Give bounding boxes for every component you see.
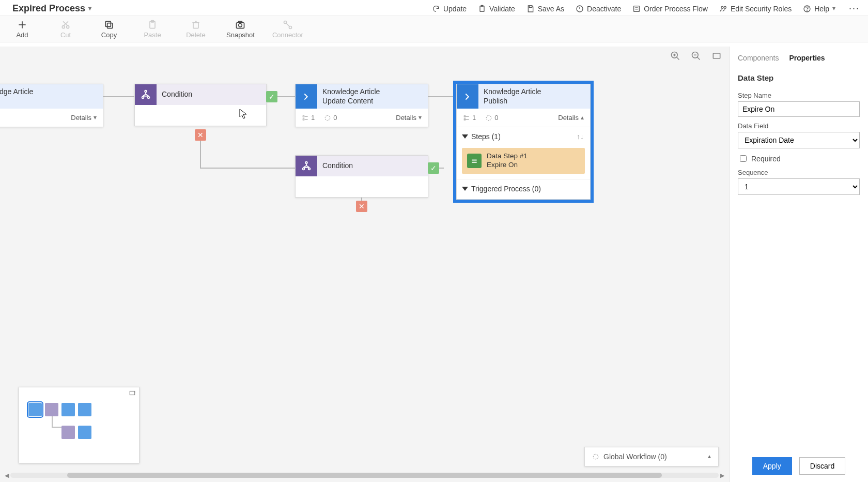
more-button[interactable]: ··· <box>847 3 862 14</box>
mini-node[interactable] <box>61 426 75 439</box>
global-workflow-label: Global Workflow (0) <box>603 453 667 461</box>
scroll-thumb[interactable] <box>67 473 662 478</box>
refresh-icon <box>432 5 440 13</box>
gate-true-icon: ✓ <box>428 162 439 174</box>
svg-rect-18 <box>107 23 113 28</box>
deactivate-button[interactable]: Deactivate <box>576 5 621 13</box>
process-count-icon <box>324 114 331 122</box>
data-field-select[interactable]: Expiration Date <box>738 132 860 148</box>
apply-button[interactable]: Apply <box>752 457 792 475</box>
mini-connector <box>52 416 53 427</box>
copy-label: Copy <box>101 31 117 39</box>
panel-tabs: Components Properties <box>738 54 860 64</box>
required-checkbox[interactable] <box>740 155 747 162</box>
gate-true-icon: ✓ <box>266 91 277 102</box>
panel-actions: Apply Discard <box>730 457 868 475</box>
help-icon <box>803 5 811 13</box>
copy-button[interactable]: Copy <box>96 20 122 39</box>
workflow-icon <box>592 453 599 460</box>
security-icon <box>719 5 727 13</box>
canvas[interactable]: Knowledge Article Review 0 Details ▾ <box>0 47 730 482</box>
details-toggle[interactable]: Details ▾ <box>396 114 422 122</box>
chevron-down-icon: ▾ <box>419 114 422 121</box>
svg-point-8 <box>721 6 723 8</box>
tab-properties[interactable]: Properties <box>789 54 825 64</box>
mini-node[interactable] <box>45 403 58 416</box>
panel-section-title: Data Step <box>738 73 860 82</box>
svg-point-68 <box>593 454 598 459</box>
save-as-label: Save As <box>538 5 564 13</box>
scroll-right-icon[interactable]: ▶ <box>719 472 726 479</box>
connector-button[interactable]: Connector <box>272 20 303 39</box>
ribbon-toolbar: Add Cut Copy Paste Delete Snapshot Conne… <box>0 16 868 42</box>
command-bar: Update Validate Save As Deactivate Order… <box>432 3 862 14</box>
collapse-icon <box>462 187 468 191</box>
gate-false-icon: ✕ <box>356 201 367 212</box>
collapse-icon[interactable] <box>462 134 468 139</box>
chevron-up-icon[interactable]: ▴ <box>708 453 711 460</box>
stage-title-line1: Knowledge Article <box>0 87 98 97</box>
stage-update-content[interactable]: Knowledge Article Update Content 1 0 Det… <box>295 84 428 127</box>
svg-rect-22 <box>193 23 198 28</box>
minimap[interactable] <box>19 387 140 463</box>
triggered-process-section[interactable]: Triggered Process (0) <box>457 179 590 199</box>
save-as-button[interactable]: Save As <box>526 5 564 13</box>
zoom-out-icon[interactable] <box>691 51 701 61</box>
svg-point-45 <box>142 97 144 99</box>
clipboard-icon <box>478 5 486 13</box>
svg-rect-47 <box>303 115 304 116</box>
details-toggle[interactable]: Details ▾ <box>71 114 97 122</box>
horizontal-scrollbar[interactable]: ◀ ▶ <box>3 472 726 479</box>
discard-button[interactable]: Discard <box>799 457 845 475</box>
connector-line <box>200 168 295 169</box>
add-label: Add <box>16 31 28 39</box>
condition-1[interactable]: Condition <box>134 84 267 126</box>
delete-button[interactable]: Delete <box>183 20 209 39</box>
scroll-left-icon[interactable]: ◀ <box>3 472 10 479</box>
mini-node[interactable] <box>78 403 91 416</box>
process-count: 0 <box>333 114 337 122</box>
scroll-track[interactable] <box>10 473 719 478</box>
chevron-up-icon: ▴ <box>581 114 584 121</box>
svg-point-52 <box>305 162 307 164</box>
global-workflow-panel[interactable]: Global Workflow (0) ▴ <box>584 447 719 466</box>
snapshot-button[interactable]: Snapshot <box>226 20 255 39</box>
zoom-in-icon[interactable] <box>670 51 680 61</box>
reorder-arrows[interactable]: ↑↓ <box>577 132 584 141</box>
order-flow-button[interactable]: Order Process Flow <box>632 5 708 13</box>
condition-2[interactable]: Condition <box>295 155 428 198</box>
svg-rect-67 <box>130 391 134 395</box>
sequence-select[interactable]: 1 <box>738 178 860 195</box>
edit-security-button[interactable]: Edit Security Roles <box>719 5 792 13</box>
fit-screen-icon[interactable] <box>711 51 722 61</box>
mini-node[interactable] <box>28 403 42 416</box>
help-button[interactable]: Help ▾ <box>803 5 835 13</box>
cut-button[interactable]: Cut <box>53 20 79 39</box>
stage-publish[interactable]: Knowledge Article Publish 1 0 Details ▴ <box>456 84 591 200</box>
mini-node[interactable] <box>78 426 91 439</box>
process-title[interactable]: Expired Process ▾ <box>12 3 91 14</box>
step-name-input[interactable] <box>738 101 860 117</box>
help-label: Help <box>814 5 829 13</box>
validate-button[interactable]: Validate <box>478 5 515 13</box>
mini-node[interactable] <box>61 403 75 416</box>
stage-title-line1: Knowledge Article <box>484 87 585 97</box>
tab-components[interactable]: Components <box>738 54 779 64</box>
data-step-1[interactable]: Data Step #1 Expire On <box>462 148 585 174</box>
save-icon <box>526 5 535 13</box>
steps-header: Steps (1) <box>471 132 501 141</box>
data-step-icon <box>467 154 482 168</box>
steps-count: 1 <box>311 114 315 122</box>
details-toggle[interactable]: Details ▴ <box>558 114 584 122</box>
steps-count-icon <box>302 114 309 122</box>
svg-point-11 <box>807 10 808 11</box>
expand-icon[interactable] <box>128 389 137 397</box>
sequence-label: Sequence <box>738 169 860 176</box>
add-button[interactable]: Add <box>9 20 35 39</box>
update-button[interactable]: Update <box>432 5 467 13</box>
svg-point-58 <box>308 168 311 170</box>
stage-review[interactable]: Knowledge Article Review 0 Details ▾ <box>0 84 103 127</box>
connector-line <box>103 96 134 97</box>
paste-button[interactable]: Paste <box>140 20 165 39</box>
process-count-icon <box>485 114 492 122</box>
